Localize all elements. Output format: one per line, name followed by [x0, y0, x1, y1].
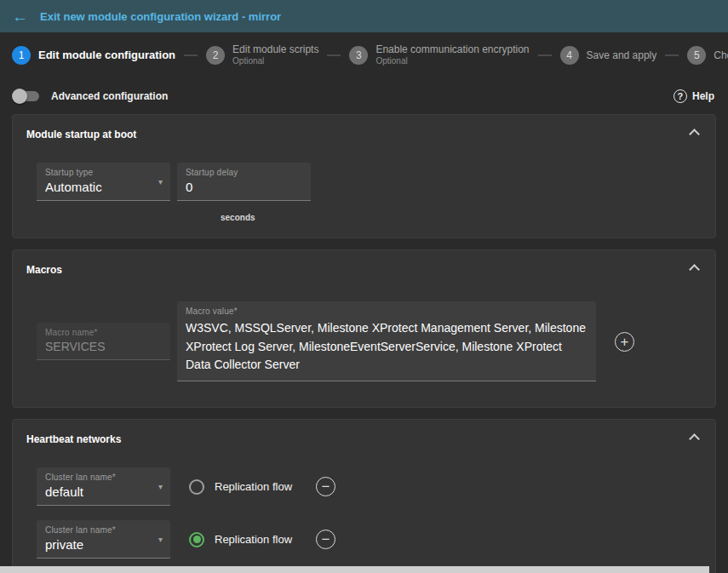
- startup-delay-helper: seconds: [221, 213, 715, 222]
- field-label: Startup type: [45, 168, 162, 177]
- minus-icon: −: [322, 532, 330, 547]
- field-value: SERVICES: [45, 340, 162, 353]
- startup-fields: Startup type Automatic ▾ Startup delay 0: [13, 140, 715, 208]
- card-title: Macros: [13, 250, 715, 276]
- field-label: Startup delay: [186, 168, 302, 177]
- field-label: Macro value*: [186, 307, 588, 316]
- macro-name-input[interactable]: Macro name* SERVICES: [37, 323, 170, 360]
- step-number-badge: 2: [206, 46, 225, 65]
- step-number-badge: 3: [349, 46, 368, 65]
- field-value: private: [45, 537, 162, 552]
- help-icon: ?: [674, 89, 687, 103]
- step-check-result[interactable]: 5 Check result: [687, 46, 728, 65]
- step-edit-module-scripts[interactable]: 2 Edit module scripts Optional: [206, 43, 318, 67]
- help-button[interactable]: ? Help: [674, 89, 714, 103]
- heartbeat-row: Cluster lan name* default ▾ Replication …: [37, 467, 702, 506]
- cluster-lan-name-select[interactable]: Cluster lan name* private ▾: [37, 520, 170, 559]
- back-arrow-icon[interactable]: ←: [12, 9, 28, 25]
- step-label: Check result: [714, 49, 728, 62]
- step-label: Edit module scripts: [232, 43, 318, 56]
- help-label: Help: [692, 90, 714, 102]
- replication-flow-label: Replication flow: [215, 480, 292, 493]
- card-title: Module startup at boot: [13, 115, 715, 140]
- advanced-configuration-label: Advanced configuration: [51, 90, 168, 102]
- step-save-and-apply[interactable]: 4 Save and apply: [560, 46, 657, 65]
- field-label: Macro name*: [45, 328, 162, 337]
- options-bar: Advanced configuration ? Help: [0, 78, 728, 114]
- app-window: ← Exit new module configuration wizard -…: [0, 0, 728, 573]
- replication-flow-radio[interactable]: [189, 479, 204, 495]
- topbar: ← Exit new module configuration wizard -…: [0, 0, 728, 32]
- field-label: Cluster lan name*: [45, 473, 162, 482]
- horizontal-scrollbar[interactable]: [0, 566, 709, 573]
- wizard-stepper: 1 Edit module configuration 2 Edit modul…: [0, 32, 728, 78]
- toggle-knob: [12, 89, 27, 104]
- field-value: Automatic: [45, 180, 162, 194]
- step-connector: [327, 54, 341, 56]
- heartbeat-row: Cluster lan name* private ▾ Replication …: [37, 520, 702, 559]
- step-sublabel: Optional: [375, 56, 529, 67]
- step-number-badge: 5: [687, 46, 706, 65]
- field-value: 0: [186, 180, 302, 194]
- macro-value-input[interactable]: Macro value* W3SVC, MSSQLServer, Milesto…: [177, 301, 596, 381]
- step-label: Save and apply: [587, 49, 657, 62]
- replication-flow-label: Replication flow: [215, 533, 292, 546]
- step-number-badge: 1: [12, 46, 31, 65]
- chevron-down-icon: ▾: [158, 482, 163, 491]
- exit-wizard-link[interactable]: Exit new module configuration wizard - m…: [40, 10, 281, 23]
- chevron-down-icon: ▾: [158, 535, 163, 544]
- step-connector: [665, 54, 679, 56]
- plus-icon: +: [621, 335, 629, 349]
- step-sublabel: Optional: [232, 56, 318, 67]
- step-enable-communication-encryption[interactable]: 3 Enable communication encryption Option…: [349, 43, 529, 67]
- step-edit-module-configuration[interactable]: 1 Edit module configuration: [12, 46, 175, 65]
- step-label: Edit module configuration: [38, 49, 175, 62]
- step-connector: [538, 54, 552, 56]
- heartbeat-networks-card: Heartbeat networks Cluster lan name* def…: [12, 419, 716, 573]
- remove-network-button[interactable]: −: [316, 530, 335, 549]
- step-connector: [184, 54, 198, 56]
- startup-type-select[interactable]: Startup type Automatic ▾: [37, 163, 170, 201]
- advanced-configuration-toggle[interactable]: [12, 88, 41, 105]
- startup-delay-input[interactable]: Startup delay 0: [177, 163, 311, 201]
- macros-card: Macros Macro name* SERVICES Macro value*…: [12, 249, 716, 408]
- field-label: Cluster lan name*: [45, 525, 162, 535]
- minus-icon: −: [322, 479, 330, 494]
- cluster-lan-name-select[interactable]: Cluster lan name* default ▾: [37, 467, 170, 506]
- step-number-badge: 4: [560, 46, 579, 65]
- card-title: Heartbeat networks: [13, 420, 715, 445]
- replication-flow-radio[interactable]: [189, 532, 204, 547]
- field-value: default: [45, 484, 162, 499]
- module-startup-card: Module startup at boot Startup type Auto…: [12, 114, 716, 238]
- macros-content: Macro name* SERVICES Macro value* W3SVC,…: [13, 276, 715, 407]
- remove-network-button[interactable]: −: [316, 477, 335, 496]
- step-label: Enable communication encryption: [375, 43, 529, 56]
- heartbeat-rows: Cluster lan name* default ▾ Replication …: [13, 445, 715, 559]
- add-macro-button[interactable]: +: [615, 332, 634, 352]
- chevron-down-icon: ▾: [158, 177, 163, 186]
- field-value: W3SVC, MSSQLServer, Milestone XProtect M…: [186, 319, 588, 375]
